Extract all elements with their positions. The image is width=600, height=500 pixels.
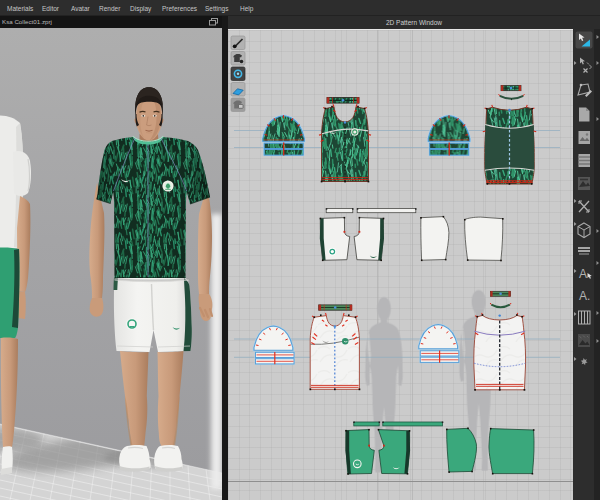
svg-text:A: A <box>579 267 587 281</box>
svg-text:A.: A. <box>579 289 590 303</box>
